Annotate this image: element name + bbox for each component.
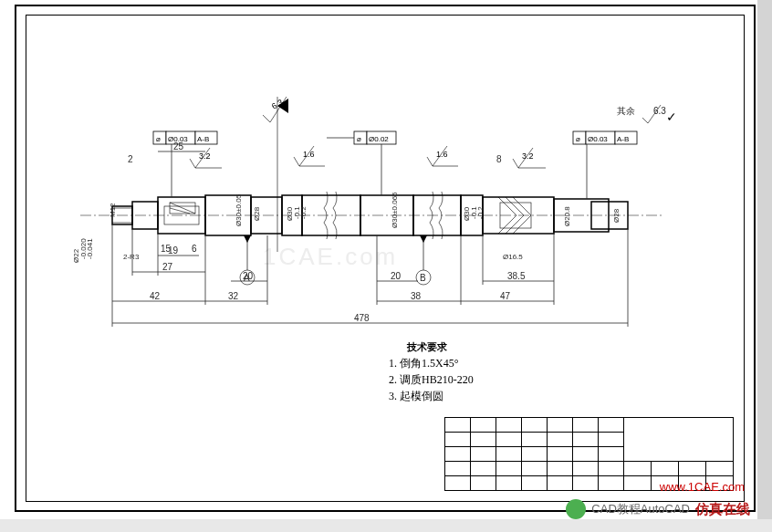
tolerance-frame-left: ⌀ Ø0.03 A-B bbox=[153, 131, 217, 197]
scrollbar-right[interactable] bbox=[757, 0, 772, 532]
svg-text:Ø28: Ø28 bbox=[253, 206, 261, 221]
shaft-drawing: ⌀ Ø0.03 A-B ⌀ Ø0.02 ⌀ Ø0.03 A-B bbox=[62, 60, 701, 361]
svg-text:20: 20 bbox=[391, 271, 402, 281]
tech-req-line-3: 3. 起模倒圆 bbox=[389, 388, 474, 404]
svg-text:Ø28: Ø28 bbox=[612, 208, 621, 223]
svg-text:-0.2: -0.2 bbox=[476, 206, 485, 219]
svg-line-19 bbox=[498, 197, 516, 215]
svg-text:38.5: 38.5 bbox=[507, 271, 526, 281]
logo-text-sim: 仿真在线 bbox=[695, 501, 750, 518]
svg-text:Ø30±0.05: Ø30±0.05 bbox=[235, 193, 243, 226]
svg-text:B: B bbox=[420, 273, 426, 283]
svg-text:47: 47 bbox=[500, 291, 511, 301]
svg-text:6: 6 bbox=[192, 244, 197, 254]
svg-text:Ø0.02: Ø0.02 bbox=[369, 135, 389, 143]
svg-text:3.2: 3.2 bbox=[522, 151, 534, 161]
svg-text:⌀: ⌀ bbox=[156, 135, 161, 143]
svg-line-23 bbox=[506, 215, 524, 234]
svg-text:-0.041: -0.041 bbox=[86, 238, 94, 259]
svg-text:42: 42 bbox=[150, 291, 161, 301]
svg-text:Ø0.03: Ø0.03 bbox=[588, 135, 608, 143]
length-dimensions: 25 2 8 19 15 6 2-R3 27 42 32 20 20 38 47… bbox=[112, 141, 628, 323]
svg-line-20 bbox=[506, 197, 524, 215]
svg-text:32: 32 bbox=[228, 291, 239, 301]
svg-line-10 bbox=[170, 208, 190, 214]
svg-line-24 bbox=[513, 215, 531, 234]
surface-finish-left: 3.2 bbox=[190, 148, 222, 168]
watermark-url: www.1CAE.com bbox=[660, 480, 745, 494]
svg-text:27: 27 bbox=[162, 262, 173, 272]
svg-text:38: 38 bbox=[411, 291, 422, 301]
svg-line-22 bbox=[498, 215, 516, 234]
svg-text:478: 478 bbox=[354, 313, 370, 323]
tolerance-frame-right: ⌀ Ø0.03 A-B bbox=[573, 131, 637, 199]
drawing-canvas: 其余 6.3 ✓ 1CAE.com bbox=[26, 15, 745, 502]
section-symbol: 6.3 bbox=[263, 97, 288, 252]
svg-text:M12: M12 bbox=[109, 203, 117, 217]
svg-text:3.2: 3.2 bbox=[199, 151, 211, 161]
svg-line-9 bbox=[170, 203, 195, 214]
svg-text:Ø16.5: Ø16.5 bbox=[503, 253, 523, 261]
technical-requirements: 技术要求 1. 倒角1.5X45° 2. 调质HB210-220 3. 起模倒圆 bbox=[389, 339, 474, 404]
tech-req-title: 技术要求 bbox=[407, 339, 474, 355]
svg-line-21 bbox=[513, 197, 531, 215]
tech-req-line-1: 1. 倒角1.5X45° bbox=[389, 355, 474, 371]
logo-text-cad: CAD教程AutoCAD bbox=[591, 501, 690, 517]
svg-text:Ø30±0.065: Ø30±0.065 bbox=[391, 192, 399, 228]
svg-text:-0.2: -0.2 bbox=[299, 206, 308, 219]
svg-text:A-B: A-B bbox=[617, 135, 629, 143]
wechat-icon bbox=[566, 499, 586, 519]
svg-text:Ø20.8: Ø20.8 bbox=[563, 206, 571, 226]
svg-text:8: 8 bbox=[496, 154, 502, 164]
svg-text:15: 15 bbox=[161, 244, 172, 254]
svg-text:2: 2 bbox=[128, 154, 133, 164]
datum-b: B bbox=[416, 235, 431, 285]
tolerance-frame-mid: ⌀ Ø0.02 bbox=[327, 131, 396, 195]
svg-text:25: 25 bbox=[173, 141, 184, 151]
svg-text:⌀: ⌀ bbox=[357, 135, 361, 143]
svg-text:2-R3: 2-R3 bbox=[123, 253, 140, 261]
scrollbar-bottom[interactable] bbox=[0, 519, 772, 532]
svg-text:A-B: A-B bbox=[197, 135, 209, 143]
svg-text:1.6: 1.6 bbox=[436, 150, 448, 159]
svg-text:A: A bbox=[244, 273, 250, 283]
tech-req-line-2: 2. 调质HB210-220 bbox=[389, 371, 474, 388]
svg-text:1.6: 1.6 bbox=[303, 150, 315, 159]
footer-logo: CAD教程AutoCAD 仿真在线 bbox=[566, 499, 750, 519]
svg-text:⌀: ⌀ bbox=[576, 135, 580, 143]
